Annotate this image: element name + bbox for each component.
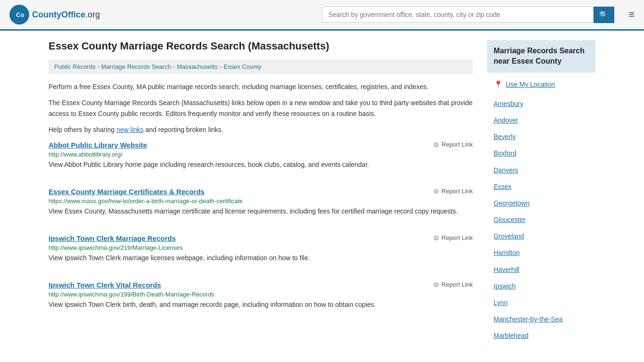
result-desc-3: View Ipswich Town Clerk birth, death, an… — [49, 300, 473, 310]
breadcrumb-marriage-records[interactable]: Marriage Records Search — [101, 63, 171, 70]
result-url-1: https://www.mass.gov/how-to/order-a-birt… — [49, 197, 473, 205]
sidebar-link-danvers[interactable]: Danvers — [487, 162, 595, 179]
hamburger-button[interactable]: ≡ — [628, 8, 635, 21]
report-link-3[interactable]: ⚙ Report Link — [433, 281, 473, 288]
sidebar-link-beverly[interactable]: Beverly — [487, 129, 595, 145]
logo-brand: CountyOffice — [32, 10, 85, 19]
sidebar-link-groveland[interactable]: Groveland — [487, 228, 595, 245]
breadcrumb: Public Records › Marriage Records Search… — [49, 59, 473, 74]
header: Co CountyOffice.org 🔍 ≡ — [0, 0, 644, 31]
sidebar-link-haverhill[interactable]: Haverhill — [487, 262, 595, 278]
svg-text:Co: Co — [16, 11, 24, 18]
result-title-3[interactable]: Ipswich Town Clerk Vital Records — [49, 281, 161, 289]
search-icon: 🔍 — [599, 11, 609, 19]
search-button[interactable]: 🔍 — [594, 7, 614, 23]
search-bar: 🔍 — [322, 7, 614, 23]
report-icon-0: ⚙ — [433, 141, 439, 148]
report-icon-2: ⚙ — [433, 234, 439, 242]
logo-text: CountyOffice.org — [32, 10, 100, 20]
result-item: Essex County Marriage Certificates & Rec… — [49, 188, 473, 221]
result-header: Abbot Public Library Website ⚙ Report Li… — [49, 141, 473, 149]
search-input[interactable] — [322, 7, 594, 23]
hamburger-icon: ≡ — [628, 8, 635, 20]
sidebar: Marriage Records Search near Essex Count… — [487, 40, 595, 345]
report-label-3: Report Link — [442, 281, 473, 288]
breadcrumb-essex-county[interactable]: Essex County — [223, 63, 261, 70]
sidebar-link-manchester-by-the-sea[interactable]: Manchester-by-the-Sea — [487, 311, 595, 328]
sidebar-link-amesbury[interactable]: Amesbury — [487, 96, 595, 112]
description-para3: Help others by sharing new links and rep… — [49, 124, 473, 135]
result-header: Ipswich Town Clerk Marriage Records ⚙ Re… — [49, 234, 473, 242]
breadcrumb-sep-2: › — [173, 63, 175, 70]
content-area: Essex County Marriage Records Search (Ma… — [49, 40, 473, 345]
result-desc-1: View Essex County, Massachusetts marriag… — [49, 206, 473, 216]
sidebar-link-lynn[interactable]: Lynn — [487, 295, 595, 311]
description-para1: Perform a free Essex County, MA public m… — [49, 82, 473, 92]
result-desc-2: View Ipswich Town Clerk marriage license… — [49, 253, 473, 263]
report-label-0: Report Link — [442, 141, 473, 148]
breadcrumb-massachusetts[interactable]: Massachusetts — [177, 63, 218, 70]
result-header: Ipswich Town Clerk Vital Records ⚙ Repor… — [49, 281, 473, 289]
breadcrumb-public-records[interactable]: Public Records — [54, 63, 95, 70]
report-link-0[interactable]: ⚙ Report Link — [433, 141, 473, 148]
desc-prefix: Help others by sharing — [49, 126, 116, 133]
report-link-2[interactable]: ⚙ Report Link — [433, 234, 473, 242]
new-links-link[interactable]: new links — [116, 126, 144, 133]
breadcrumb-sep-1: › — [97, 63, 99, 70]
logo-link[interactable]: Co CountyOffice.org — [9, 5, 100, 25]
report-link-1[interactable]: ⚙ Report Link — [433, 188, 473, 195]
result-title-2[interactable]: Ipswich Town Clerk Marriage Records — [49, 234, 176, 242]
results-container: Abbot Public Library Website ⚙ Report Li… — [49, 141, 473, 314]
sidebar-location: 📍 Use My Location — [487, 77, 595, 92]
location-icon: 📍 — [494, 80, 503, 89]
report-icon-1: ⚙ — [433, 188, 439, 195]
use-location-link[interactable]: Use My Location — [506, 81, 555, 88]
sidebar-link-gloucester[interactable]: Gloucester — [487, 212, 595, 228]
result-url-2: http://www.ipswichma.gov/219/Marriage-Li… — [49, 244, 473, 251]
result-url-3: http://www.ipswichma.gov/199/Birth-Death… — [49, 291, 473, 298]
report-label-2: Report Link — [442, 234, 473, 241]
logo-suffix: .org — [85, 10, 100, 19]
result-title-1[interactable]: Essex County Marriage Certificates & Rec… — [49, 188, 205, 196]
sidebar-link-andover[interactable]: Andover — [487, 112, 595, 129]
result-item: Ipswich Town Clerk Marriage Records ⚙ Re… — [49, 234, 473, 268]
logo-icon: Co — [9, 5, 29, 25]
sidebar-link-essex[interactable]: Essex — [487, 179, 595, 195]
desc-suffix: and reporting broken links. — [144, 126, 223, 133]
sidebar-links-container: AmesburyAndoverBeverlyBoxfordDanversEsse… — [487, 96, 595, 345]
sidebar-link-marblehead[interactable]: Marblehead — [487, 328, 595, 344]
result-header: Essex County Marriage Certificates & Rec… — [49, 188, 473, 196]
sidebar-link-ipswich[interactable]: Ipswich — [487, 278, 595, 295]
result-url-0: http://www.abbotlibrary.org/ — [49, 151, 473, 158]
page-title: Essex County Marriage Records Search (Ma… — [49, 40, 473, 52]
sidebar-link-hamilton[interactable]: Hamilton — [487, 245, 595, 261]
result-title-0[interactable]: Abbot Public Library Website — [49, 141, 147, 149]
result-desc-0: View Abbot Public Library home page incl… — [49, 160, 473, 170]
breadcrumb-sep-3: › — [220, 63, 222, 70]
main-container: Essex County Marriage Records Search (Ma… — [39, 31, 605, 354]
report-icon-3: ⚙ — [433, 281, 439, 288]
report-label-1: Report Link — [442, 188, 473, 195]
result-item: Ipswich Town Clerk Vital Records ⚙ Repor… — [49, 281, 473, 314]
sidebar-header: Marriage Records Search near Essex Count… — [487, 40, 595, 73]
result-item: Abbot Public Library Website ⚙ Report Li… — [49, 141, 473, 174]
description-para2: The Essex County Marriage Records Search… — [49, 98, 473, 119]
sidebar-link-boxford[interactable]: Boxford — [487, 145, 595, 162]
sidebar-link-georgetown[interactable]: Georgetown — [487, 195, 595, 212]
